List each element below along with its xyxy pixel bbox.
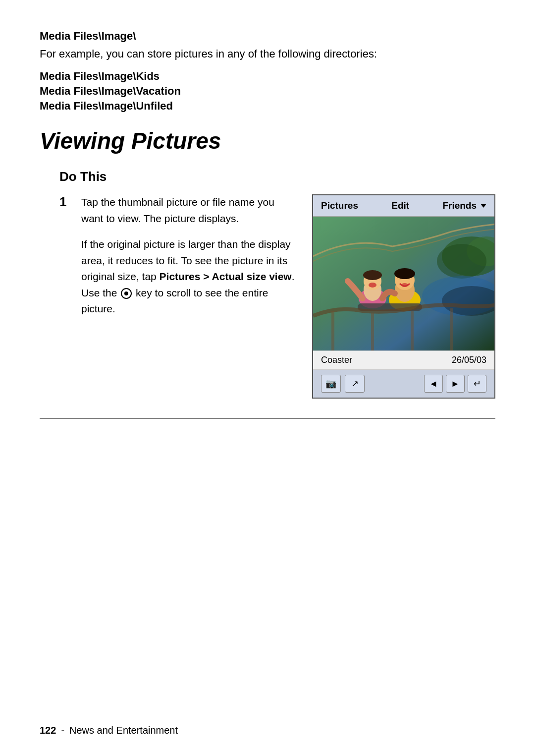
device-screenshot: Pictures Edit Friends xyxy=(312,194,495,399)
intro-text: For example, you can store pictures in a… xyxy=(40,46,495,62)
prev-icon: ◄ xyxy=(429,379,438,389)
footer-separator: - xyxy=(61,725,64,736)
device-status-bar: Coaster 26/05/03 xyxy=(313,350,494,370)
next-icon: ► xyxy=(451,379,460,389)
enter-icon: ↵ xyxy=(474,378,481,389)
camera-icon: 📷 xyxy=(325,378,336,389)
svg-point-9 xyxy=(363,270,382,280)
steps-and-device: 1 Tap the thumbnail picture or file name… xyxy=(59,194,495,399)
do-this-heading: Do This xyxy=(59,169,495,184)
menu-friends[interactable]: Friends xyxy=(442,200,486,211)
footer-section-name: News and Entertainment xyxy=(69,725,178,736)
footer-page-number: 122 xyxy=(40,725,56,736)
enter-btn[interactable]: ↵ xyxy=(468,375,486,393)
device-menu-bar: Pictures Edit Friends xyxy=(313,195,494,217)
svg-point-3 xyxy=(437,244,486,279)
page-footer: 122 - News and Entertainment xyxy=(40,725,495,736)
roller-coaster-svg xyxy=(313,217,494,350)
camera-btn[interactable]: 📷 xyxy=(321,375,341,393)
media-files-image-heading: Media Files\Image\ xyxy=(40,30,495,43)
subdir-unfiled: Media Files\Image\Unfiled xyxy=(40,100,495,113)
step-note-text: If the original picture is larger than t… xyxy=(81,238,295,314)
subdir-vacation: Media Files\Image\Vacation xyxy=(40,85,495,98)
share-icon: ↗ xyxy=(351,378,359,389)
steps-left: 1 Tap the thumbnail picture or file name… xyxy=(59,194,297,317)
device-image-area xyxy=(313,217,494,350)
svg-point-15 xyxy=(401,283,408,287)
menu-pictures[interactable]: Pictures xyxy=(321,200,358,211)
menu-edit[interactable]: Edit xyxy=(391,200,409,211)
toolbar-right: ◄ ► ↵ xyxy=(424,375,486,393)
device-filename: Coaster xyxy=(321,355,352,365)
step-note: If the original picture is larger than t… xyxy=(81,236,297,317)
chapter-title: Viewing Pictures xyxy=(40,127,495,154)
share-btn[interactable]: ↗ xyxy=(345,375,365,393)
subdir-kids: Media Files\Image\Kids xyxy=(40,70,495,83)
section-divider xyxy=(40,418,495,419)
step-1-text: Tap the thumbnail picture or file name y… xyxy=(81,194,297,227)
next-btn[interactable]: ► xyxy=(446,375,465,393)
step-note-bold: Pictures > Actual size view xyxy=(160,271,292,282)
svg-point-10 xyxy=(369,283,376,288)
nav-circle-icon xyxy=(121,288,132,299)
chevron-down-icon xyxy=(481,204,486,208)
device-date: 26/05/03 xyxy=(452,355,486,365)
svg-point-14 xyxy=(394,268,415,279)
friends-label: Friends xyxy=(442,200,477,211)
toolbar-left: 📷 ↗ xyxy=(321,375,365,393)
device-toolbar: 📷 ↗ ◄ ► ↵ xyxy=(313,370,494,398)
step-number-1: 1 xyxy=(59,194,73,210)
prev-btn[interactable]: ◄ xyxy=(424,375,443,393)
step-1: 1 Tap the thumbnail picture or file name… xyxy=(59,194,297,227)
